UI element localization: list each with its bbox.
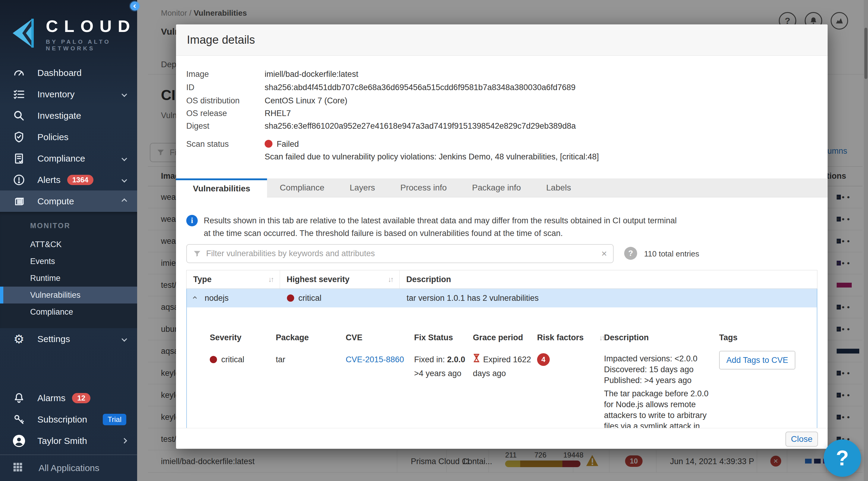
image-details-modal: Image details Image imiell/bad-dockerfil… [176,24,828,449]
vulnerability-filter[interactable]: × [186,244,614,263]
cve-link: CVE-2015-8860 [346,353,414,428]
detail-grace-period: Expired 1622 days ago [473,353,537,428]
sidebar-item-vulnerabilities[interactable]: Vulnerabilities [0,287,137,303]
apps-grid-icon [12,461,24,475]
sidebar: CLOUD BY PALO ALTO NETWORKS Dashboard In… [0,0,137,481]
sort-icon[interactable]: ↓↑ [382,275,393,284]
column-type[interactable]: Type↓↑ [187,270,280,288]
sidebar-item-attck[interactable]: ATT&CK [0,236,137,253]
critical-severity-dot [210,356,217,363]
tab-compliance[interactable]: Compliance [267,179,337,197]
clear-filter-icon[interactable]: × [601,248,607,259]
tab-package-info[interactable]: Package info [459,179,533,197]
tab-vulnerabilities[interactable]: Vulnerabilities [176,179,267,197]
field-label-digest: Digest [186,122,210,131]
bell-icon [12,391,26,405]
sidebar-item-settings[interactable]: ⚙ Settings [0,328,137,350]
field-label-os-release: OS release [186,109,227,118]
detail-column-grace-period: Grace period [473,333,537,342]
detail-column-tags: Tags [719,333,809,342]
sidebar-item-compliance-monitor[interactable]: Compliance [0,303,137,320]
field-value-os-release: RHEL7 [265,109,291,118]
detail-column-severity: Severity [210,333,276,342]
add-tags-to-cve-button[interactable]: Add Tags to CVE [719,351,795,370]
magnifier-icon [12,109,26,123]
sidebar-item-events[interactable]: Events [0,253,137,270]
field-value-id: sha256:abd4f451ddb707c8e68a36d695456a515… [265,83,576,92]
sidebar-item-alarms[interactable]: Alarms 12 [0,387,137,409]
avatar-icon [12,434,26,448]
sidebar-collapse-button[interactable] [130,1,139,10]
expanded-vulnerability-panel: Severity Package CVE Fix Status Grace pe… [186,308,817,428]
sidebar-item-inventory[interactable]: Inventory [0,84,137,105]
detail-column-fix-status: Fix Status [414,333,473,342]
container-icon [12,194,26,208]
tab-process-info[interactable]: Process info [388,179,459,197]
chevron-down-icon [121,92,127,97]
detail-risk-factors: 4 [537,353,604,428]
table-header-row: Type↓↑ Highest severity↓↑ Description [186,270,817,289]
sidebar-item-user[interactable]: Taylor Smith [0,430,137,451]
sidebar-item-investigate[interactable]: Investigate [0,105,137,126]
modal-tabs: Vulnerabilities Compliance Layers Proces… [176,179,828,197]
detail-fix-status: Fixed in: 2.0.0 >4 years ago [414,353,473,428]
sidebar-item-compliance[interactable]: Compliance [0,148,137,169]
collapse-row-icon[interactable] [193,296,197,300]
trial-badge: Trial [103,414,126,425]
field-label-os-distribution: OS distribution [186,96,240,105]
detail-package: tar [276,353,346,428]
chevron-down-icon [121,336,127,342]
critical-severity-dot [287,294,294,302]
modal-footer: Close [176,428,828,449]
alarms-count-badge: 12 [72,393,90,403]
tab-labels[interactable]: Labels [533,179,584,197]
risk-count-badge[interactable]: 4 [537,353,550,366]
chevron-up-icon [121,199,127,204]
detail-column-description: Description [604,333,719,342]
sidebar-item-dashboard[interactable]: Dashboard [0,62,137,84]
total-entries: 110 total entries [644,249,699,259]
filter-help-icon[interactable]: ? [624,247,637,260]
chevron-down-icon [121,156,127,161]
brand-name: CLOUD [46,14,136,38]
detail-severity: critical [210,353,276,428]
detail-column-package: Package [276,333,346,342]
hourglass-icon [473,354,480,362]
sidebar-item-all-applications[interactable]: All Applications [0,454,137,481]
detail-tags: Add Tags to CVE [719,351,809,428]
vulnerability-row-nodejs[interactable]: nodejs critical tar version 1.0.1 has 2 … [186,289,817,308]
info-note: Results shown in this tab are relative t… [204,214,677,239]
brand-logo: CLOUD BY PALO ALTO NETWORKS [0,0,137,62]
tab-layers[interactable]: Layers [337,179,388,197]
prisma-logo-icon [10,14,39,51]
sort-icon[interactable]: ↓↑ [594,333,604,342]
sidebar-item-runtime[interactable]: Runtime [0,270,137,287]
sort-icon[interactable]: ↓↑ [263,275,273,284]
scan-status-value: Failed [265,139,299,149]
alerts-count-badge: 1364 [67,175,93,185]
compute-submenu: MONITOR ATT&CK Events Runtime Vulnerabil… [0,212,137,328]
shield-check-icon [12,130,26,144]
chevron-right-icon [121,438,127,443]
inventory-icon [12,87,26,101]
document-check-icon [12,152,26,165]
detail-column-risk-factors[interactable]: Risk factors↓↑ [537,333,604,342]
chevron-down-icon [121,177,127,183]
column-description[interactable]: Description [400,270,817,288]
monitor-section-label: MONITOR [0,214,137,236]
chevron-left-icon [133,4,137,8]
sidebar-item-subscription[interactable]: Subscription Trial [0,409,137,430]
filter-input[interactable] [206,249,601,258]
field-label-id: ID [186,83,194,92]
field-value-os-distribution: CentOS Linux 7 (Core) [265,96,347,105]
vulnerabilities-table: Type↓↑ Highest severity↓↑ Description no… [186,270,817,308]
field-value-digest: sha256:e3eff861020a952e27e41618e947a3ad7… [265,122,576,131]
column-highest-severity[interactable]: Highest severity↓↑ [280,270,400,288]
scan-status-detail: Scan failed due to vulnerability policy … [265,152,599,162]
close-button[interactable]: Close [785,431,818,447]
sidebar-item-policies[interactable]: Policies [0,126,137,148]
sidebar-item-compute[interactable]: Compute [0,190,137,212]
brand-byline: BY PALO ALTO NETWORKS [46,39,136,52]
help-fab-button[interactable]: ? [824,440,861,477]
sidebar-item-alerts[interactable]: Alerts 1364 [0,169,137,190]
